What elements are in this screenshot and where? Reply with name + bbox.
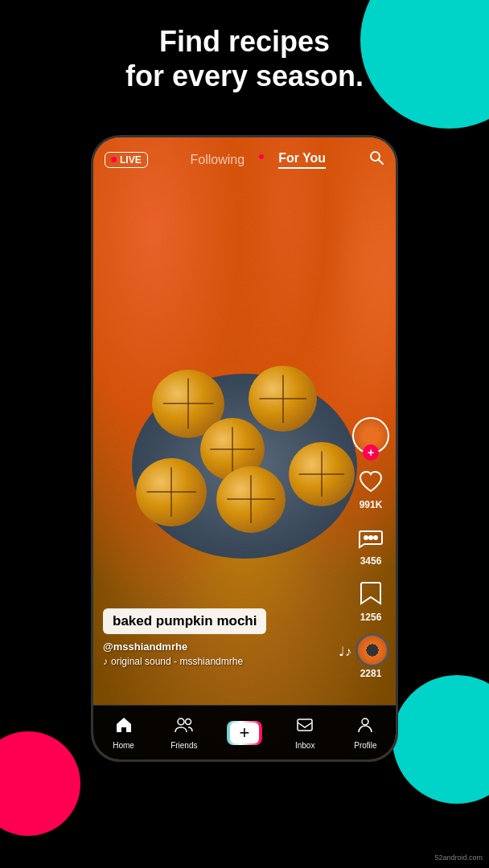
svg-point-3: [368, 535, 373, 540]
nav-friends[interactable]: Friends: [154, 716, 214, 750]
header-section: Find recipes for every season.: [0, 24, 489, 93]
username[interactable]: @msshiandmrhe: [103, 641, 347, 653]
nav-add[interactable]: +: [214, 721, 274, 745]
home-icon: [115, 716, 133, 739]
search-icon[interactable]: [368, 149, 384, 170]
save-icon[interactable]: [355, 578, 387, 610]
caption-tag: baked pumpkin mochi: [103, 608, 266, 634]
spinning-record[interactable]: [355, 633, 389, 667]
sound-info[interactable]: ♪ original sound - msshiandmrhe: [103, 656, 347, 667]
mochi-group: [128, 362, 361, 563]
mochi-6: [289, 442, 355, 506]
like-icon[interactable]: [355, 465, 387, 497]
nav-home[interactable]: Home: [93, 716, 154, 750]
creator-avatar[interactable]: +: [352, 417, 389, 454]
svg-point-8: [362, 719, 368, 725]
video-area[interactable]: LIVE Following For You +: [93, 137, 396, 760]
mochi-4: [136, 458, 207, 526]
friends-label: Friends: [171, 741, 197, 750]
follow-plus-button[interactable]: +: [363, 444, 379, 461]
svg-rect-7: [298, 719, 312, 731]
watermark: 52android.com: [434, 854, 483, 862]
caption-area: baked pumpkin mochi @msshiandmrhe ♪ orig…: [103, 608, 347, 667]
comment-icon[interactable]: [355, 522, 387, 554]
like-count: 991K: [360, 499, 383, 510]
save-count: 1256: [360, 612, 382, 623]
top-bar: LIVE Following For You: [93, 137, 396, 182]
inbox-label: Inbox: [295, 741, 314, 750]
live-button[interactable]: LIVE: [105, 152, 148, 168]
mochi-2: [249, 366, 317, 432]
bottom-nav: Home Friends +: [93, 705, 396, 760]
music-note-icon: ♪: [103, 656, 108, 667]
live-dot: [111, 157, 117, 162]
svg-point-5: [178, 719, 184, 725]
svg-point-4: [373, 535, 378, 540]
phone-mockup: LIVE Following For You +: [91, 135, 398, 762]
tab-following[interactable]: Following: [191, 153, 245, 167]
header-title: Find recipes for every season.: [0, 24, 489, 93]
music-dots: ♩♪: [339, 644, 351, 659]
mochi-5: [216, 466, 286, 533]
profile-icon: [356, 716, 374, 739]
svg-point-2: [364, 535, 368, 540]
comment-action[interactable]: 3456: [355, 522, 387, 567]
tab-notification-dot: [259, 154, 264, 159]
tab-for-you[interactable]: For You: [278, 151, 326, 169]
home-label: Home: [113, 741, 134, 750]
svg-line-1: [378, 160, 383, 165]
bg-teal-bottom: [392, 675, 489, 804]
share-count: 2281: [360, 668, 382, 679]
top-tabs: Following For You: [191, 151, 327, 169]
like-action[interactable]: 991K: [355, 465, 387, 510]
plus-icon: +: [240, 724, 250, 742]
bg-pink-bottom: [0, 731, 80, 836]
save-action[interactable]: 1256: [355, 578, 387, 623]
profile-label: Profile: [354, 741, 376, 750]
svg-point-6: [185, 719, 191, 724]
comment-count: 3456: [360, 555, 382, 567]
add-button[interactable]: +: [227, 721, 262, 745]
nav-inbox[interactable]: Inbox: [275, 716, 335, 750]
nav-profile[interactable]: Profile: [335, 716, 396, 750]
inbox-icon: [296, 716, 314, 739]
friends-icon: [175, 716, 194, 739]
